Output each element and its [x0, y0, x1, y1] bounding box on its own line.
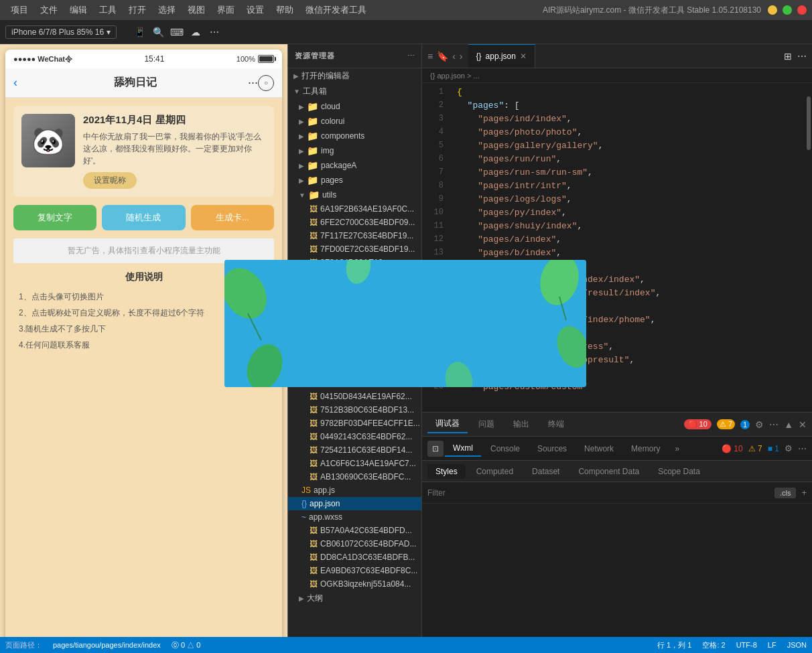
- close-panel-icon[interactable]: ✕: [799, 419, 807, 430]
- inspector-tab-network[interactable]: Network: [576, 441, 622, 456]
- folder-utils[interactable]: ▼📁 utils: [288, 188, 421, 202]
- tab-problems[interactable]: 问题: [470, 416, 502, 433]
- subtab-scope-data[interactable]: Scope Data: [650, 464, 708, 479]
- subtab-component-data[interactable]: Component Data: [570, 464, 647, 479]
- file-appjs[interactable]: JS app.js: [288, 484, 421, 497]
- phone-icon[interactable]: 📱: [133, 25, 146, 39]
- inspector-tab-sources[interactable]: Sources: [529, 441, 575, 456]
- device-selector[interactable]: iPhone 6/7/8 Plus 85% 16 ▾: [5, 25, 117, 39]
- folder-label: cloud: [321, 102, 340, 111]
- menu-view[interactable]: 视图: [182, 3, 210, 17]
- more-options-icon[interactable]: ⋯: [407, 52, 415, 60]
- menu-wechat-devtools[interactable]: 微信开发者工具: [300, 3, 372, 17]
- menu-open[interactable]: 打开: [123, 3, 151, 17]
- status-line-ending[interactable]: LF: [768, 641, 776, 649]
- settings-icon[interactable]: ⚙: [785, 443, 793, 453]
- tab-debugger[interactable]: 调试器: [427, 415, 468, 433]
- status-path[interactable]: pages/tiangou/pages/index/index: [53, 641, 161, 649]
- inspector-tab-console[interactable]: Console: [482, 441, 528, 456]
- more-icon[interactable]: ⋯: [769, 419, 779, 430]
- more-options[interactable]: ···: [248, 76, 258, 90]
- menu-tool[interactable]: 工具: [94, 3, 122, 17]
- settings-nickname-button[interactable]: 设置昵称: [83, 172, 137, 189]
- file-item[interactable]: 🖼 04492143C63E4BDF62...: [288, 430, 421, 443]
- file-item[interactable]: 🖼 6FE2C700C63E4BDF09...: [288, 216, 421, 229]
- status-errors[interactable]: ⓪ 0 △ 0: [172, 640, 200, 650]
- menu-select[interactable]: 选择: [153, 3, 181, 17]
- generate-card-button[interactable]: 生成卡...: [191, 205, 274, 230]
- file-item[interactable]: 🖼 72542116C63E4BDF14...: [288, 443, 421, 457]
- add-style-icon[interactable]: +: [801, 488, 807, 498]
- file-appwxss[interactable]: ~ app.wxss: [288, 510, 421, 524]
- minimize-button[interactable]: —: [768, 5, 777, 15]
- tab-close-button[interactable]: ✕: [520, 52, 527, 61]
- mini-scrollbar[interactable]: [805, 83, 812, 412]
- folder-components[interactable]: ▶📁 components: [288, 129, 421, 143]
- more-tabs-icon[interactable]: »: [669, 441, 685, 456]
- inspector-tab-wxml[interactable]: Wxml: [445, 441, 481, 457]
- search-icon[interactable]: 🔍: [151, 25, 165, 39]
- select-element-icon[interactable]: ⊡: [427, 441, 444, 457]
- status-language[interactable]: JSON: [787, 641, 807, 649]
- menu-file[interactable]: 文件: [35, 3, 63, 17]
- tab-appjson[interactable]: {} app.json ✕: [468, 44, 535, 68]
- file-appjson[interactable]: {} app.json: [288, 497, 421, 510]
- status-encoding[interactable]: UTF-8: [736, 641, 757, 649]
- outline-section[interactable]: ▶ 大纲: [288, 591, 421, 606]
- cloud-icon[interactable]: ☁: [189, 25, 202, 39]
- file-item[interactable]: 🖼 7FD00E72C63E4BDF19...: [288, 242, 421, 256]
- more-icon[interactable]: ⋯: [208, 25, 221, 39]
- file-item[interactable]: 🖼 A1C6F6C134AE19AFC7...: [288, 457, 421, 470]
- cls-button[interactable]: .cls: [774, 488, 797, 498]
- go-back-icon[interactable]: ≡: [427, 51, 433, 62]
- status-spaces[interactable]: 空格: 2: [702, 640, 725, 650]
- chevron-left-icon[interactable]: ‹: [452, 51, 456, 62]
- nav-circle[interactable]: ○: [258, 75, 274, 91]
- file-item[interactable]: 🖼 6A19F2B634AE19AF0C...: [288, 202, 421, 216]
- file-item[interactable]: 🖼 7512B3B0C63E4BDF13...: [288, 403, 421, 417]
- filter-input[interactable]: [427, 488, 774, 498]
- menu-interface[interactable]: 界面: [212, 3, 240, 17]
- subtab-computed[interactable]: Computed: [468, 464, 521, 479]
- tab-terminal[interactable]: 终端: [540, 416, 572, 433]
- file-item[interactable]: 🖼 AB130690C63E4BDFC...: [288, 470, 421, 484]
- file-item[interactable]: 🖼 CB061072C63E4BDFAD...: [288, 537, 421, 551]
- toolbox-section[interactable]: ▼ 工具箱: [288, 84, 421, 99]
- file-item[interactable]: 🖼 04150D8434AE19AF62...: [288, 390, 421, 403]
- file-item[interactable]: 🖼 9782BF03D4FEE4CFF1E...: [288, 417, 421, 430]
- avatar[interactable]: 🐼: [21, 114, 75, 167]
- file-item[interactable]: 🖼 EA9BD637C63E4BDF8C...: [288, 564, 421, 577]
- menu-settings[interactable]: 设置: [241, 3, 269, 17]
- file-item[interactable]: 🖼 DD8CA1D3C63E4BDFB...: [288, 551, 421, 564]
- status-line-col[interactable]: 行 1，列 1: [657, 640, 691, 650]
- menu-project[interactable]: 项目: [5, 3, 33, 17]
- maximize-button[interactable]: □: [783, 5, 792, 15]
- menu-edit[interactable]: 编辑: [64, 3, 92, 17]
- open-editors-section[interactable]: ▶ 打开的编辑器: [288, 68, 421, 84]
- folder-cloud[interactable]: ▶📁 cloud: [288, 99, 421, 114]
- folder-packagea[interactable]: ▶📁 packageA: [288, 158, 421, 173]
- folder-pages[interactable]: ▶📁 pages: [288, 173, 421, 188]
- close-button[interactable]: ✕: [797, 5, 807, 15]
- settings-icon[interactable]: ⚙: [755, 419, 764, 430]
- random-generate-button[interactable]: 随机生成: [102, 205, 185, 230]
- subtab-styles[interactable]: Styles: [427, 464, 466, 479]
- more-editor-icon[interactable]: ⋯: [797, 51, 807, 62]
- bookmark-icon[interactable]: 🔖: [437, 51, 448, 62]
- file-item[interactable]: 🖼 OGKB3iqzeknj551a084...: [288, 577, 421, 591]
- code-icon[interactable]: ⌨: [170, 25, 184, 39]
- chevron-right-icon[interactable]: ›: [460, 51, 463, 62]
- menu-help[interactable]: 帮助: [271, 3, 299, 17]
- subtab-dataset[interactable]: Dataset: [524, 464, 567, 479]
- file-item[interactable]: 🖼 7F117E27C63E4BDF19...: [288, 229, 421, 242]
- file-item[interactable]: 🖼 B57A0A42C63E4BDFD...: [288, 524, 421, 537]
- more-icon[interactable]: ⋯: [798, 443, 807, 453]
- copy-text-button[interactable]: 复制文字: [13, 205, 96, 230]
- folder-img[interactable]: ▶📁 img: [288, 143, 421, 158]
- inspector-tab-memory[interactable]: Memory: [623, 441, 668, 456]
- split-editor-icon[interactable]: ⊞: [784, 51, 792, 62]
- tab-output[interactable]: 输出: [505, 416, 537, 433]
- folder-colorui[interactable]: ▶📁 colorui: [288, 114, 421, 129]
- collapse-icon[interactable]: ▲: [784, 419, 793, 430]
- back-button[interactable]: ‹: [13, 76, 17, 90]
